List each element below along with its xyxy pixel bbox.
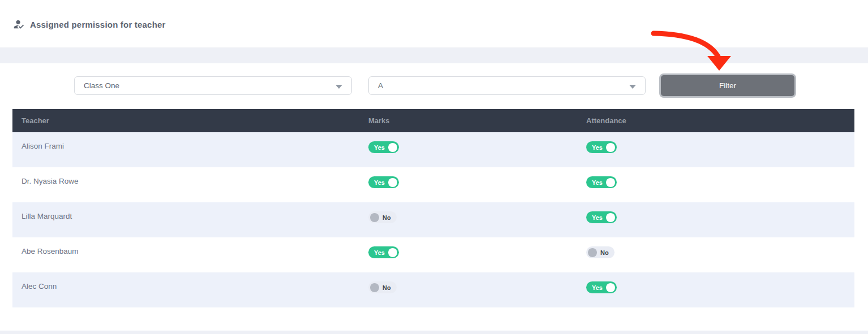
- marks-toggle[interactable]: No: [368, 281, 397, 293]
- table-row: Dr. Nyasia Rowe Yes Yes: [12, 167, 854, 202]
- teacher-name: Lilla Marquardt: [22, 212, 72, 220]
- toggle-label: No: [383, 214, 391, 221]
- content-panel: Class One A Filter Teacher Marks Attenda…: [0, 63, 868, 331]
- column-header-teacher: Teacher: [12, 116, 368, 125]
- page-header: Assigned permission for teacher: [0, 0, 868, 48]
- toggle-label: Yes: [374, 144, 385, 151]
- toggle-label: No: [600, 249, 609, 256]
- column-header-attendance: Attendance: [586, 116, 854, 125]
- toggle-label: Yes: [592, 284, 603, 291]
- toggle-knob: [588, 248, 597, 257]
- toggle-label: Yes: [592, 144, 603, 151]
- toggle-knob: [370, 213, 379, 222]
- marks-toggle[interactable]: Yes: [368, 176, 399, 188]
- column-header-marks: Marks: [368, 116, 586, 125]
- filter-button[interactable]: Filter: [661, 75, 794, 96]
- toggle-knob: [606, 178, 615, 187]
- toggle-label: Yes: [374, 249, 385, 256]
- toggle-knob: [606, 213, 615, 222]
- toggle-knob: [606, 283, 615, 292]
- table-row: Lilla Marquardt No Yes: [12, 202, 854, 237]
- teacher-name: Alec Conn: [22, 282, 57, 290]
- user-check-icon: [12, 18, 25, 31]
- toggle-knob: [606, 143, 615, 152]
- toggle-knob: [388, 178, 397, 187]
- class-select-value: Class One: [84, 81, 119, 90]
- marks-toggle[interactable]: Yes: [368, 141, 399, 153]
- marks-toggle[interactable]: Yes: [368, 246, 399, 258]
- table-row: Abe Rosenbaum Yes No: [12, 237, 854, 272]
- toggle-label: Yes: [374, 179, 385, 186]
- table-row: Alec Conn No Yes: [12, 272, 854, 307]
- toggle-label: Yes: [592, 179, 603, 186]
- attendance-toggle[interactable]: Yes: [586, 211, 617, 223]
- class-select[interactable]: Class One: [74, 76, 352, 95]
- teacher-name: Abe Rosenbaum: [22, 247, 79, 255]
- table-header: Teacher Marks Attendance: [12, 109, 854, 132]
- chevron-down-icon: [629, 85, 636, 89]
- attendance-toggle[interactable]: No: [586, 246, 615, 258]
- page: Assigned permission for teacher Class On…: [0, 0, 868, 334]
- toggle-knob: [388, 143, 397, 152]
- group-select[interactable]: A: [368, 76, 646, 95]
- page-title-group: Assigned permission for teacher: [12, 18, 166, 31]
- page-title: Assigned permission for teacher: [30, 20, 166, 29]
- teacher-name: Dr. Nyasia Rowe: [22, 177, 79, 185]
- toggle-knob: [370, 283, 379, 292]
- attendance-toggle[interactable]: Yes: [586, 141, 617, 153]
- attendance-toggle[interactable]: Yes: [586, 281, 617, 293]
- table-body: Alison Frami Yes Yes Dr. Nyasia Rowe Yes: [12, 132, 854, 307]
- marks-toggle[interactable]: No: [368, 211, 397, 223]
- permissions-table: Teacher Marks Attendance Alison Frami Ye…: [12, 109, 854, 307]
- toggle-label: Yes: [592, 214, 603, 221]
- group-select-value: A: [378, 81, 383, 90]
- table-row: Alison Frami Yes Yes: [12, 132, 854, 167]
- teacher-name: Alison Frami: [22, 142, 64, 150]
- chevron-down-icon: [336, 85, 342, 89]
- toggle-label: No: [383, 284, 391, 291]
- toggle-knob: [388, 248, 397, 257]
- attendance-toggle[interactable]: Yes: [586, 176, 617, 188]
